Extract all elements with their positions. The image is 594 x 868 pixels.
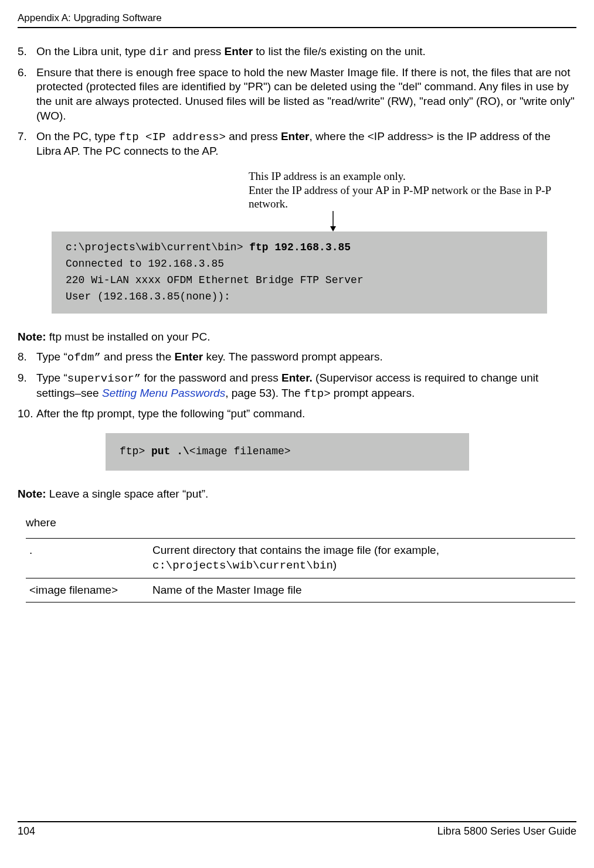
- text-segment: prompt appears.: [331, 387, 415, 399]
- key-name: Enter: [175, 350, 203, 363]
- text-segment: Current directory that contains the imag…: [152, 544, 439, 556]
- code-text: c:\projects\wib\current\bin>: [66, 241, 249, 253]
- step-8: 8. Type “ofdm” and press the Enter key. …: [18, 350, 576, 365]
- step-number: 5.: [18, 45, 36, 60]
- step-content: Ensure that there is enough free space t…: [36, 66, 576, 124]
- code-text: User (192.168.3.85(none)):: [66, 291, 230, 302]
- note-text: Leave a single space after “put”.: [49, 488, 208, 500]
- instruction-list-cont: 8. Type “ofdm” and press the Enter key. …: [18, 350, 576, 421]
- definition-term: .: [29, 543, 152, 573]
- note-line: This IP address is an example only.: [249, 169, 553, 183]
- step-number: 9.: [18, 371, 36, 401]
- definition-desc: Name of the Master Image file: [152, 583, 572, 598]
- step-number: 7.: [18, 130, 36, 159]
- text-segment: On the PC, type: [36, 130, 118, 142]
- note-text: ftp must be installed on your PC.: [49, 331, 211, 343]
- step-6: 6. Ensure that there is enough free spac…: [18, 66, 576, 124]
- page-footer: 104 Libra 5800 Series User Guide: [18, 821, 576, 838]
- text-segment: to list the file/s existing on the unit.: [253, 45, 426, 57]
- text-segment: , page 53). The: [225, 387, 304, 399]
- code-bold: put .\: [151, 445, 189, 457]
- text-segment: for the password and press: [141, 372, 281, 384]
- step-content: On the PC, type ftp <IP address> and pre…: [36, 130, 576, 159]
- text-segment: and press: [226, 130, 281, 142]
- terminal-block-ftp: c:\projects\wib\current\bin> ftp 192.168…: [52, 232, 547, 314]
- inline-code: c:\projects\wib\current\bin: [152, 559, 333, 572]
- inline-code: ftp <IP address>: [118, 131, 225, 144]
- step-number: 8.: [18, 350, 36, 365]
- footer-title: Libra 5800 Series User Guide: [437, 825, 576, 838]
- key-name: Enter: [281, 130, 310, 142]
- note-ftp-installed: Note: ftp must be installed on your PC.: [18, 330, 576, 345]
- definition-term: <image filename>: [29, 583, 152, 598]
- code-text: ftp>: [120, 445, 151, 457]
- note-put-space: Note: Leave a single space after “put”.: [18, 487, 576, 502]
- step-number: 10.: [18, 407, 36, 421]
- ip-address-note: This IP address is an example only. Ente…: [249, 169, 553, 211]
- text-segment: ): [333, 559, 337, 571]
- text-segment: and press: [169, 45, 224, 57]
- step-5: 5. On the Libra unit, type dir and press…: [18, 45, 576, 60]
- definition-desc: Current directory that contains the imag…: [152, 543, 572, 573]
- note-label: Note:: [18, 331, 49, 343]
- instruction-list: 5. On the Libra unit, type dir and press…: [18, 45, 576, 159]
- cross-reference-link[interactable]: Setting Menu Passwords: [102, 387, 225, 399]
- where-table: . Current directory that contains the im…: [26, 538, 575, 603]
- text-segment: On the Libra unit, type: [36, 45, 149, 57]
- inline-code: ftp>: [304, 387, 331, 400]
- text-segment: Type “: [36, 372, 67, 384]
- inline-code: dir: [149, 46, 169, 59]
- key-name: Enter: [224, 45, 253, 57]
- step-10: 10. After the ftp prompt, type the follo…: [18, 407, 576, 421]
- key-name: Enter.: [281, 372, 315, 384]
- note-label: Note:: [18, 488, 49, 500]
- table-row: <image filename> Name of the Master Imag…: [26, 578, 575, 603]
- arrow-down-icon: [327, 211, 576, 232]
- code-text: 220 Wi-LAN xxxx OFDM Ethernet Bridge FTP…: [66, 274, 364, 286]
- step-number: 6.: [18, 66, 36, 124]
- inline-code: supervisor: [67, 372, 134, 385]
- code-bold: ftp 192.168.3.85: [249, 241, 351, 253]
- step-7: 7. On the PC, type ftp <IP address> and …: [18, 130, 576, 159]
- step-content: On the Libra unit, type dir and press En…: [36, 45, 576, 60]
- step-content: Type “supervisor” for the password and p…: [36, 371, 576, 401]
- where-definitions: where . Current directory that contains …: [18, 516, 576, 603]
- where-label: where: [26, 516, 575, 530]
- close-quote: ”: [94, 351, 100, 364]
- svg-marker-1: [330, 226, 336, 232]
- page-number: 104: [18, 825, 35, 838]
- step-content: After the ftp prompt, type the following…: [36, 407, 576, 421]
- step-9: 9. Type “supervisor” for the password an…: [18, 371, 576, 401]
- inline-code: ofdm: [67, 351, 94, 364]
- note-line: Enter the IP address of your AP in P-MP …: [249, 183, 553, 212]
- text-segment: Type “: [36, 350, 67, 363]
- table-row: . Current directory that contains the im…: [26, 539, 575, 577]
- page-header: Appendix A: Upgrading Software: [18, 12, 576, 28]
- close-quote: ”: [134, 372, 141, 385]
- text-segment: and press the: [101, 350, 175, 363]
- terminal-block-put: ftp> put .\<image filename>: [106, 433, 469, 471]
- step-content: Type “ofdm” and press the Enter key. The…: [36, 350, 576, 365]
- code-text: Connected to 192.168.3.85: [66, 258, 224, 270]
- text-segment: key. The password prompt appears.: [203, 350, 383, 363]
- code-text: <image filename>: [189, 445, 291, 457]
